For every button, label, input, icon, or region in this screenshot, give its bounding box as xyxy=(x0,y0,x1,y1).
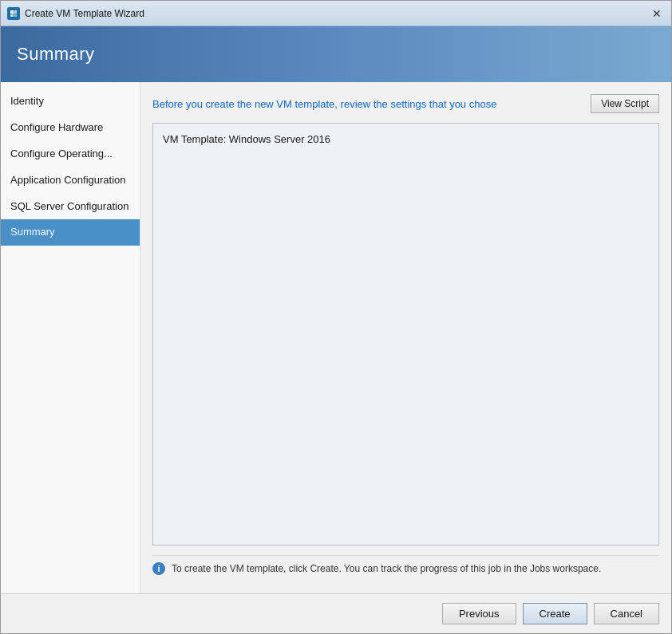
app-icon xyxy=(7,7,20,20)
summary-content-text: VM Template: Windows Server 2016 xyxy=(163,133,330,145)
titlebar: Create VM Template Wizard ✕ xyxy=(1,1,671,26)
svg-rect-3 xyxy=(14,14,18,17)
close-button[interactable]: ✕ xyxy=(649,6,665,22)
info-text: To create the VM template, click Create.… xyxy=(172,563,601,574)
cancel-button[interactable]: Cancel xyxy=(594,603,659,624)
svg-rect-2 xyxy=(10,14,14,17)
sidebar-item-sql-server-configuration[interactable]: SQL Server Configuration xyxy=(1,194,140,220)
header-banner: Summary xyxy=(1,26,671,82)
window-title: Create VM Template Wizard xyxy=(25,8,649,19)
svg-rect-1 xyxy=(14,10,18,14)
info-icon: i xyxy=(152,562,165,575)
sidebar-item-identity[interactable]: Identity xyxy=(1,89,140,115)
sidebar-item-application-configuration[interactable]: Application Configuration xyxy=(1,167,140,194)
content-header: Before you create the new VM template, r… xyxy=(152,94,659,113)
info-bar: i To create the VM template, click Creat… xyxy=(152,555,659,581)
previous-button[interactable]: Previous xyxy=(442,603,516,624)
content-panel: Before you create the new VM template, r… xyxy=(140,82,671,593)
svg-rect-0 xyxy=(10,10,14,14)
content-description: Before you create the new VM template, r… xyxy=(152,98,579,110)
wizard-window: Create VM Template Wizard ✕ Summary Iden… xyxy=(0,0,672,634)
sidebar-item-configure-operating[interactable]: Configure Operating... xyxy=(1,141,140,167)
sidebar: Identity Configure Hardware Configure Op… xyxy=(1,82,140,593)
view-script-button[interactable]: View Script xyxy=(591,94,659,113)
sidebar-item-summary[interactable]: Summary xyxy=(1,219,140,246)
footer: Previous Create Cancel xyxy=(1,593,671,633)
sidebar-item-configure-hardware[interactable]: Configure Hardware xyxy=(1,115,140,141)
summary-box: VM Template: Windows Server 2016 xyxy=(152,123,659,545)
main-area: Identity Configure Hardware Configure Op… xyxy=(1,82,671,593)
create-button[interactable]: Create xyxy=(523,603,587,624)
header-title: Summary xyxy=(17,44,95,65)
